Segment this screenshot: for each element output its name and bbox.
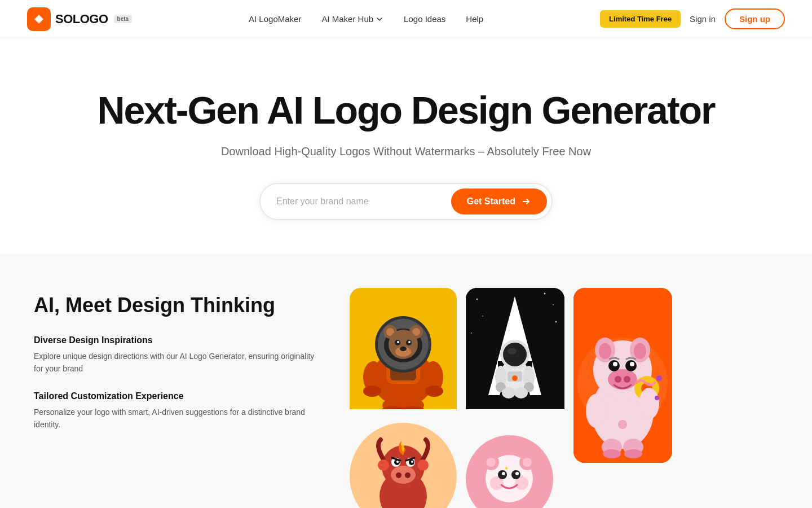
svg-point-43 — [482, 316, 483, 317]
logo-text: SOLOGO — [55, 12, 108, 27]
logo-card-bull — [350, 423, 457, 508]
brand-name-input[interactable] — [276, 196, 451, 207]
svg-point-95 — [624, 449, 642, 458]
logo-card-pig — [573, 288, 672, 463]
nav-item-logomaker[interactable]: AI LogoMaker — [249, 14, 301, 24]
arrow-right-icon — [521, 196, 531, 207]
nav-link-logoideas[interactable]: Logo Ideas — [404, 14, 445, 24]
svg-point-67 — [515, 472, 519, 475]
svg-point-6 — [425, 386, 443, 397]
svg-point-71 — [523, 458, 532, 467]
feature-item-1: Diverse Design Inspirations Explore uniq… — [34, 335, 316, 375]
svg-point-20 — [408, 341, 411, 343]
svg-point-58 — [514, 387, 528, 398]
svg-point-16 — [400, 347, 407, 351]
svg-point-57 — [502, 387, 515, 398]
hero-input-wrap: Get Started — [27, 183, 785, 220]
svg-point-38 — [411, 461, 413, 463]
logo-icon — [27, 7, 51, 31]
feature-desc-1: Explore unique design directions with ou… — [34, 350, 316, 375]
logo-card-astronaut — [466, 288, 564, 409]
logo-card-bear — [350, 288, 457, 409]
svg-point-96 — [618, 420, 627, 429]
svg-point-44 — [555, 321, 557, 322]
svg-point-90 — [586, 394, 606, 428]
svg-point-66 — [502, 472, 505, 475]
bull-illustration — [350, 423, 457, 508]
feature-item-2: Tailored Customization Experience Person… — [34, 391, 316, 431]
svg-text:✦: ✦ — [504, 465, 509, 471]
svg-point-28 — [378, 459, 389, 471]
svg-point-41 — [553, 304, 554, 305]
astronaut-illustration — [466, 288, 564, 409]
svg-point-79 — [599, 343, 611, 359]
svg-point-37 — [396, 461, 399, 463]
nav-link-help[interactable]: Help — [466, 14, 483, 24]
svg-point-19 — [397, 341, 399, 343]
gallery-col-2: ✦ — [466, 288, 564, 508]
svg-point-29 — [417, 459, 429, 471]
features-text: AI, Meet Design Thinking Diverse Design … — [34, 288, 316, 447]
feature-title-2: Tailored Customization Experience — [34, 391, 316, 401]
svg-point-51 — [508, 348, 517, 354]
feature-title-1: Diverse Design Inspirations — [34, 335, 316, 345]
svg-point-59 — [512, 375, 518, 381]
feature-desc-2: Personalize your logo with smart, AI-dri… — [34, 406, 316, 431]
signup-button[interactable]: Sign up — [725, 8, 785, 29]
svg-point-87 — [630, 362, 634, 366]
svg-point-30 — [391, 466, 416, 484]
signin-link[interactable]: Sign in — [690, 14, 716, 24]
hero-section: Next-Gen AI Logo Design Generator Downlo… — [0, 38, 812, 254]
logo[interactable]: SOLOGObeta — [27, 7, 132, 31]
svg-point-5 — [363, 386, 381, 397]
svg-point-70 — [487, 458, 496, 467]
bear-illustration — [350, 288, 457, 409]
svg-point-97 — [656, 375, 662, 381]
svg-point-42 — [544, 292, 546, 294]
features-heading: AI, Meet Design Thinking — [34, 294, 316, 317]
get-started-button[interactable]: Get Started — [451, 189, 547, 214]
features-section: AI, Meet Design Thinking Diverse Design … — [0, 254, 812, 508]
svg-point-32 — [405, 472, 411, 478]
gallery-col-1 — [350, 288, 457, 508]
pig-illustration — [573, 288, 672, 463]
nav-item-help[interactable]: Help — [466, 14, 483, 24]
svg-point-31 — [396, 472, 401, 478]
svg-point-50 — [503, 343, 527, 366]
svg-point-91 — [639, 388, 659, 419]
nav-dropdown-makerhub[interactable]: AI Maker Hub — [321, 14, 383, 24]
gallery-col-3 — [573, 288, 672, 508]
nav-item-makerhub[interactable]: AI Maker Hub — [321, 14, 383, 24]
nav-links: AI LogoMaker AI Maker Hub Logo Ideas Hel… — [249, 14, 483, 24]
svg-point-81 — [608, 369, 637, 389]
hero-title: Next-Gen AI Logo Design Generator — [27, 89, 785, 132]
hero-subtitle: Download High-Quality Logos Without Wate… — [27, 145, 785, 158]
svg-point-80 — [634, 343, 646, 359]
svg-point-98 — [655, 396, 659, 400]
nav-link-logomaker[interactable]: AI LogoMaker — [249, 14, 301, 24]
logo-card-pink: ✦ — [466, 435, 553, 508]
navbar: SOLOGObeta AI LogoMaker AI Maker Hub Log… — [0, 0, 812, 38]
brand-input-container: Get Started — [259, 183, 553, 220]
svg-point-83 — [624, 376, 630, 383]
logo-gallery: ✦ — [350, 288, 672, 508]
nav-right: Limited Time Free Sign in Sign up — [600, 8, 785, 29]
pink-illustration: ✦ — [466, 435, 553, 508]
nav-link-makerhub[interactable]: AI Maker Hub — [321, 14, 373, 24]
beta-badge: beta — [114, 15, 133, 23]
svg-point-40 — [476, 298, 478, 300]
chevron-down-icon — [376, 15, 383, 23]
svg-point-82 — [615, 376, 621, 383]
nav-item-logoideas[interactable]: Logo Ideas — [404, 14, 445, 24]
get-started-label: Get Started — [467, 196, 515, 207]
svg-point-94 — [603, 449, 621, 458]
limited-time-button[interactable]: Limited Time Free — [600, 10, 681, 28]
svg-point-86 — [613, 362, 617, 366]
svg-point-45 — [471, 332, 472, 334]
